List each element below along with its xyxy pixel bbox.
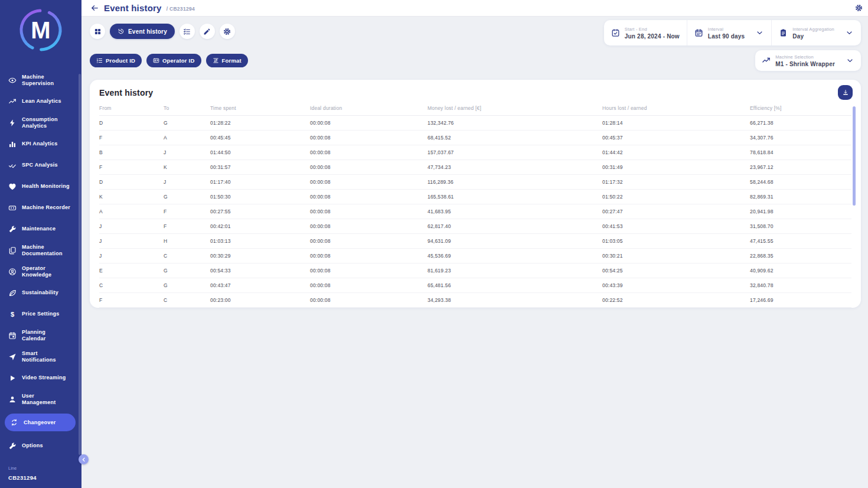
calendar-icon: [8, 331, 17, 340]
time-controls-card: Start - End Jun 28, 2024 - Now Interval …: [604, 20, 861, 45]
sidebar-item-changeover[interactable]: Changeover: [5, 414, 76, 431]
table-row[interactable]: KG01:50:3000:00:08165,538.6101:50:2282,8…: [99, 190, 851, 204]
table-cell: 82,869.31: [750, 194, 851, 200]
table-cell: 41,683.95: [428, 209, 602, 214]
table-row[interactable]: BJ01:44:5000:00:08157,037.6701:44:4278,6…: [99, 145, 851, 160]
top-bar: Event history / CB231294: [81, 0, 868, 17]
column-header: To: [164, 105, 210, 111]
sidebar-item-machine-documentation[interactable]: Machine Documentation: [0, 243, 81, 257]
table-cell: J: [99, 223, 164, 229]
table-cell: F: [164, 209, 210, 214]
table-cell: 00:41:53: [602, 223, 750, 229]
sidebar-item-planning-calendar[interactable]: Planning Calendar: [0, 328, 81, 342]
table-cell: G: [164, 282, 210, 288]
checklist-button[interactable]: [180, 24, 195, 39]
table-row[interactable]: FA00:45:4500:00:0868,415.5200:45:3734,30…: [99, 131, 851, 145]
table-row[interactable]: FK00:31:5700:00:0847,734.2300:31:4923,96…: [99, 160, 851, 175]
sidebar-item-maintenance[interactable]: Maintenance: [0, 222, 81, 236]
table-cell: 34,307.76: [750, 135, 851, 141]
edit-button[interactable]: [200, 24, 215, 39]
table-cell: 01:44:50: [210, 149, 310, 155]
table-cell: 62,817.40: [428, 223, 602, 229]
table-row[interactable]: JC00:30:2900:00:0845,536.6900:30:2122,86…: [99, 249, 851, 263]
user-icon: [8, 395, 17, 404]
table-cell: 00:30:29: [210, 253, 310, 259]
interval-select[interactable]: Interval Last 90 days: [687, 20, 771, 45]
table-cell: 00:30:21: [602, 253, 750, 259]
sidebar-item-options[interactable]: Options: [0, 439, 81, 453]
send-icon: [8, 353, 17, 361]
start-end-control[interactable]: Start - End Jun 28, 2024 - Now: [604, 20, 687, 45]
sidebar-item-label: Planning Calendar: [22, 329, 46, 342]
download-button[interactable]: [838, 85, 853, 100]
column-header: Ideal duration: [310, 105, 428, 111]
table-row[interactable]: AF00:27:5500:00:0841,683.9500:27:4720,94…: [99, 204, 851, 219]
table-cell: J: [99, 238, 164, 244]
table-row[interactable]: DG01:28:2200:00:08132,342.7601:28:1466,2…: [99, 116, 851, 131]
table-cell: C: [99, 282, 164, 288]
table-row[interactable]: EG00:54:3300:00:0881,619.2300:54:2540,90…: [99, 263, 851, 278]
table-body: DG01:28:2200:00:08132,342.7601:28:1466,2…: [99, 116, 851, 308]
table-cell: 00:00:08: [310, 194, 428, 200]
table-row[interactable]: FC00:23:0000:00:0834,293.3800:22:5217,24…: [99, 293, 851, 308]
sidebar-item-kpi-analytics[interactable]: KPI Analytics: [0, 137, 81, 151]
table-cell: 34,293.38: [428, 297, 602, 303]
logo-letter: M: [31, 17, 50, 43]
table-cell: G: [164, 268, 210, 274]
sidebar-item-label: Machine Documentation: [22, 244, 63, 257]
table-cell: 00:00:08: [310, 149, 428, 155]
sidebar-item-operator-knowledge[interactable]: Operator Knowledge: [0, 265, 81, 278]
table-row[interactable]: DJ01:17:4000:00:08116,289.3601:17:3258,2…: [99, 175, 851, 190]
sidebar-item-machine-recorder[interactable]: Machine Recorder: [0, 201, 81, 214]
pencil-icon: [203, 28, 211, 35]
table-cell: 45,536.69: [428, 253, 602, 259]
sidebar-item-consumption-analytics[interactable]: Consumption Analytics: [0, 116, 81, 129]
grid-view-button[interactable]: [90, 24, 105, 39]
sidebar-item-health-monitoring[interactable]: Health Monitoring: [0, 180, 81, 193]
operator-id-chip[interactable]: Operator ID: [146, 54, 201, 67]
product-id-chip[interactable]: Product ID: [90, 54, 142, 67]
table-cell: A: [164, 135, 210, 141]
machine-selection-select[interactable]: Machine Selection M1 - Shrink Wrapper: [755, 50, 861, 71]
eye-icon: [8, 76, 17, 84]
sidebar-item-video-streaming[interactable]: Video Streaming: [0, 371, 81, 385]
settings-button[interactable]: [220, 24, 235, 39]
table-cell: F: [99, 164, 164, 170]
table-cell: 01:28:14: [602, 120, 750, 126]
sidebar-item-smart-notifications[interactable]: Smart Notifications: [0, 350, 81, 363]
table-cell: 01:50:30: [210, 194, 310, 200]
settings-gear-icon[interactable]: [855, 4, 863, 12]
app-window: M Machine Supervision Lean Analytics Con…: [0, 0, 868, 488]
sidebar-item-label: Sustainability: [22, 289, 58, 296]
sidebar-item-lean-analytics[interactable]: Lean Analytics: [0, 95, 81, 108]
table-cell: 00:23:00: [210, 297, 310, 303]
calendar-range-icon: [694, 28, 703, 37]
sidebar-item-sustainability[interactable]: Sustainability: [0, 286, 81, 300]
dollar-icon: $: [8, 310, 17, 318]
sync-icon: [10, 418, 18, 427]
content: Event history: [81, 17, 868, 488]
sidebar-item-spc-analysis[interactable]: SPC Analysis: [0, 158, 81, 172]
sidebar-item-label: Video Streaming: [22, 375, 66, 381]
table-cell: 22,868.35: [750, 253, 851, 259]
clipboard-icon: [779, 28, 788, 37]
sidebar-item-user-management[interactable]: User Management: [0, 392, 81, 406]
table-cell: 81,619.23: [428, 268, 602, 274]
format-chip[interactable]: Format: [206, 54, 248, 67]
table-cell: 40,909.62: [750, 268, 851, 274]
event-history-tab[interactable]: Event history: [110, 24, 175, 39]
table-row[interactable]: CG00:43:4700:00:0865,481.5600:43:3932,84…: [99, 278, 851, 293]
sidebar-scrollbar[interactable]: [79, 74, 81, 455]
sidebar-item-price-settings[interactable]: $ Price Settings: [0, 307, 81, 321]
back-button[interactable]: [90, 4, 99, 12]
table-cell: 01:17:40: [210, 179, 310, 185]
history-icon: [118, 28, 125, 35]
sidebar-item-label: Consumption Analytics: [22, 116, 58, 129]
table-row[interactable]: JH01:03:1300:00:0894,631.0901:03:0547,41…: [99, 234, 851, 249]
table-scrollbar-thumb[interactable]: [853, 106, 856, 206]
sidebar-collapse-button[interactable]: [79, 454, 89, 464]
interval-aggregation-select[interactable]: Interval Aggregation Day: [771, 20, 861, 45]
sidebar-item-machine-supervision[interactable]: Machine Supervision: [0, 73, 81, 87]
table-cell: 157,037.67: [428, 149, 602, 155]
table-row[interactable]: JF00:42:0100:00:0862,817.4000:41:5331,50…: [99, 219, 851, 234]
